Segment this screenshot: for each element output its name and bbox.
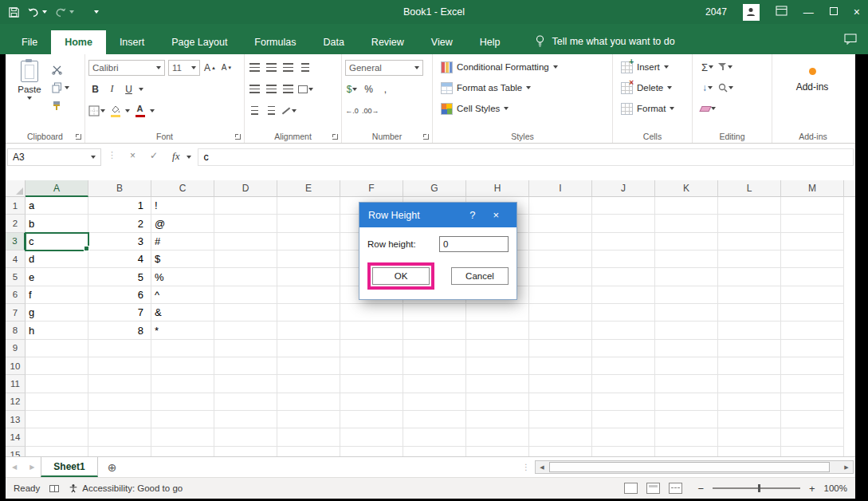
cell-K8[interactable] [655, 322, 718, 339]
tab-view[interactable]: View [418, 30, 466, 54]
cell-D2[interactable] [214, 215, 277, 232]
cell-A6[interactable]: f [26, 286, 88, 304]
increase-decimal-button[interactable]: ←.0 [345, 103, 359, 119]
row-height-input[interactable]: 0 [439, 236, 509, 252]
cell-C13[interactable] [151, 411, 214, 428]
cell-C2[interactable]: @ [151, 215, 214, 232]
cell-D4[interactable] [214, 250, 277, 268]
cell-L12[interactable] [718, 393, 781, 411]
cell-A4[interactable]: d [26, 250, 88, 268]
cell-D10[interactable] [214, 357, 277, 375]
macro-record-icon[interactable] [49, 485, 59, 492]
row-header-6[interactable]: 6 [6, 286, 26, 304]
name-box[interactable]: A3 [7, 148, 101, 166]
cell-J8[interactable] [592, 322, 655, 339]
cell-E11[interactable] [277, 375, 340, 393]
cell-B7[interactable]: 7 [88, 304, 151, 322]
cell-J5[interactable] [592, 268, 655, 286]
comments-button[interactable] [833, 34, 868, 54]
percent-style-button[interactable]: % [362, 81, 375, 97]
bold-button[interactable]: B [88, 81, 102, 97]
cell-F11[interactable] [340, 375, 403, 393]
format-as-table-button[interactable]: Format as Table [441, 77, 609, 98]
cell-A12[interactable] [26, 393, 88, 411]
cell-I15[interactable] [529, 447, 592, 456]
cell-J10[interactable] [592, 357, 655, 375]
tab-page-layout[interactable]: Page Layout [158, 30, 241, 54]
column-header-B[interactable]: B [88, 180, 151, 197]
delete-cells-button[interactable]: × Delete [621, 77, 689, 98]
save-button[interactable] [8, 6, 20, 18]
cell-I10[interactable] [529, 357, 592, 375]
cell-F8[interactable] [340, 322, 403, 339]
tab-formulas[interactable]: Formulas [241, 30, 309, 54]
italic-button[interactable]: I [105, 81, 119, 97]
accessibility-status[interactable]: Accessibility: Good to go [69, 483, 183, 493]
cell-B10[interactable] [88, 357, 151, 375]
row-header-11[interactable]: 11 [6, 375, 26, 393]
cell-C7[interactable]: & [151, 304, 214, 322]
insert-function-button[interactable]: fx [165, 148, 187, 163]
cell-B6[interactable]: 6 [88, 286, 151, 304]
cell-C8[interactable]: * [151, 322, 214, 339]
cell-K7[interactable] [655, 304, 718, 322]
cell-L4[interactable] [718, 250, 781, 268]
zoom-slider[interactable] [713, 487, 800, 489]
cell-E3[interactable] [277, 233, 340, 250]
cell-C15[interactable] [151, 447, 214, 456]
bottom-align-button[interactable] [281, 60, 295, 76]
select-all-corner[interactable] [6, 180, 26, 197]
insert-cells-button[interactable]: + Insert [621, 57, 689, 77]
sheet-tab-sheet1[interactable]: Sheet1 [41, 457, 97, 477]
cell-M15[interactable] [781, 447, 844, 456]
cell-K11[interactable] [655, 375, 718, 393]
cell-K5[interactable] [655, 268, 718, 286]
copy-button[interactable] [52, 81, 69, 94]
cell-E13[interactable] [277, 411, 340, 428]
top-align-button[interactable] [248, 60, 261, 76]
cell-M14[interactable] [781, 428, 844, 446]
tell-me-box[interactable]: Tell me what you want to do [536, 35, 674, 54]
wrap-text-button[interactable] [298, 60, 312, 76]
cell-K3[interactable] [655, 233, 718, 250]
cell-A1[interactable]: a [26, 197, 88, 215]
cell-C11[interactable] [151, 375, 214, 393]
cell-J6[interactable] [592, 286, 655, 304]
cell-K1[interactable] [655, 197, 718, 215]
cell-A3[interactable]: c [26, 233, 88, 250]
cell-I14[interactable] [529, 428, 592, 446]
cell-F14[interactable] [340, 428, 403, 446]
cell-I1[interactable] [529, 197, 592, 215]
fill-color-button[interactable] [108, 103, 122, 119]
addins-button[interactable]: Add-ins [776, 57, 849, 93]
cell-C12[interactable] [151, 393, 214, 411]
cell-L2[interactable] [718, 215, 781, 232]
cell-B1[interactable]: 1 [88, 197, 151, 215]
dialog-close-button[interactable]: × [484, 209, 508, 221]
tab-review[interactable]: Review [358, 30, 418, 54]
cancel-button[interactable]: Cancel [451, 267, 509, 285]
cell-H9[interactable] [466, 340, 529, 357]
cell-G10[interactable] [403, 357, 466, 375]
cell-M4[interactable] [781, 250, 844, 268]
sheet-nav-next-icon[interactable]: ▶ [23, 464, 41, 471]
decrease-decimal-button[interactable]: .00→ [362, 103, 379, 119]
cell-H11[interactable] [466, 375, 529, 393]
cell-L8[interactable] [718, 322, 781, 339]
cell-G11[interactable] [403, 375, 466, 393]
cell-M8[interactable] [781, 322, 844, 339]
number-format-combo[interactable]: General [345, 60, 423, 76]
cell-D13[interactable] [214, 411, 277, 428]
row-header-10[interactable]: 10 [6, 357, 26, 375]
cell-C9[interactable] [151, 340, 214, 357]
cell-I2[interactable] [529, 215, 592, 232]
align-left-button[interactable] [248, 81, 261, 97]
zoom-out-button[interactable]: − [697, 483, 704, 495]
column-header-F[interactable]: F [340, 180, 403, 197]
clear-button[interactable] [701, 101, 716, 116]
dialog-help-button[interactable]: ? [461, 209, 484, 221]
shrink-font-button[interactable]: A▼ [220, 60, 234, 76]
column-header-C[interactable]: C [151, 180, 214, 197]
cell-H15[interactable] [466, 447, 529, 456]
align-center-button[interactable] [265, 81, 278, 97]
